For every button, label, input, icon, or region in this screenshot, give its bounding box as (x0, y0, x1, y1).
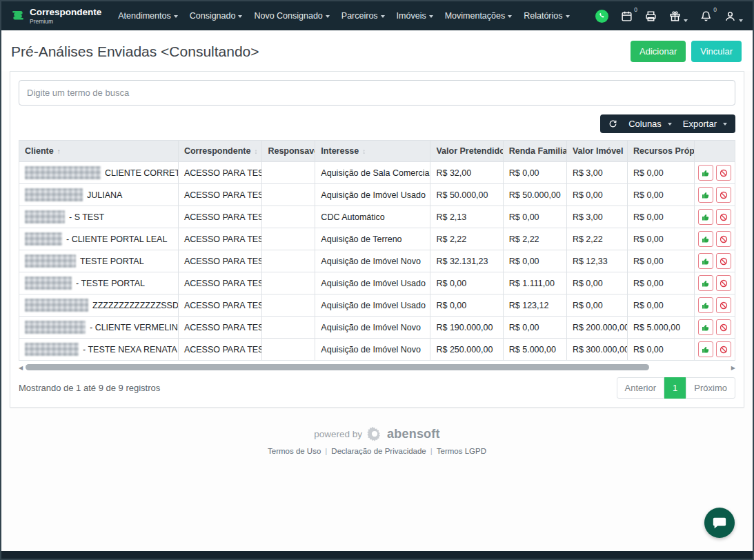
bell-badge: 0 (713, 6, 717, 13)
block-button[interactable] (716, 253, 731, 269)
table-row[interactable]: - TESTE PORTAL ACESSO PARA TESTE Aquisiç… (19, 272, 735, 294)
interesse-cell: Aquisição de Sala Comercial (315, 162, 430, 184)
menu-item-imóveis[interactable]: Imóveis (397, 11, 433, 21)
client-name: - CLIENTE PORTAL LEAL (66, 234, 167, 244)
column-header[interactable]: Interesse↕ (315, 141, 430, 162)
block-button[interactable] (716, 341, 731, 357)
menu-item-novo-consignado[interactable]: Novo Consignado (254, 11, 329, 21)
add-button[interactable]: Adicionar (631, 41, 686, 62)
scrollbar-thumb[interactable] (26, 364, 649, 370)
approve-button[interactable] (698, 165, 713, 181)
menu-item-movimentações[interactable]: Movimentações (445, 11, 513, 21)
column-header[interactable]: Cliente↑ (19, 141, 179, 162)
page-header: Pré-Análises Enviadas <Consultando> Adic… (1, 30, 753, 71)
brand-subtitle: Premium (30, 19, 101, 25)
interesse-cell: Aquisição de Imóvel Usado (315, 294, 430, 317)
renda-familiar-cell: R$ 0,00 (503, 162, 566, 184)
thumbs-up-icon (702, 235, 710, 243)
chat-button[interactable] (704, 508, 735, 538)
table-row[interactable]: - S TEST ACESSO PARA TESTE CDC Automátic… (19, 206, 735, 228)
calendar-icon[interactable]: 0 (621, 10, 633, 22)
export-dropdown[interactable]: Exportar (683, 119, 727, 129)
sort-icon: ↑ (57, 148, 61, 155)
column-header[interactable]: Valor Imóvel (566, 141, 627, 162)
whatsapp-icon[interactable] (595, 10, 608, 23)
menu-item-atendimentos[interactable]: Atendimentos (118, 11, 177, 21)
block-icon (720, 257, 728, 266)
column-header[interactable]: Valor Pretendido (430, 141, 503, 162)
column-header[interactable] (695, 141, 735, 162)
block-button[interactable] (716, 319, 731, 335)
approve-button[interactable] (698, 253, 713, 269)
menu-item-consignado[interactable]: Consignado (190, 11, 243, 21)
column-header[interactable]: Recursos Própr (627, 141, 694, 162)
chevron-down-icon (429, 15, 433, 18)
interesse-cell: CDC Automático (315, 206, 430, 228)
correspondente-cell: ACESSO PARA TESTE (178, 250, 262, 272)
chevron-down-icon (326, 15, 330, 18)
approve-button[interactable] (698, 275, 713, 291)
current-page-button[interactable]: 1 (664, 377, 686, 399)
table-row[interactable]: TESTE PORTAL ACESSO PARA TESTE Aquisição… (19, 250, 735, 272)
legal-link-2[interactable]: Declaração de Privacidade (331, 447, 426, 455)
table-toolbar: Colunas Exportar (600, 114, 735, 133)
user-icon[interactable] (724, 10, 743, 22)
main-menu: AtendimentosConsignadoNovo ConsignadoPar… (118, 11, 569, 21)
link-button[interactable]: Vincular (691, 41, 742, 62)
valor-pretendido-cell: R$ 32,00 (430, 162, 503, 184)
bell-icon[interactable]: 0 (700, 10, 712, 22)
approve-button[interactable] (698, 209, 713, 225)
records-info: Mostrando de 1 até 9 de 9 registros (19, 383, 160, 393)
column-header[interactable]: Correspondente↕ (178, 141, 262, 162)
approve-button[interactable] (698, 341, 713, 357)
chevron-down-icon (668, 123, 672, 126)
previous-page-button[interactable]: Anterior (617, 377, 665, 399)
legal-link-1[interactable]: Termos de Uso (268, 447, 321, 455)
powered-by-label: powered by (314, 429, 362, 439)
client-name: - TESTE NEXA RENATA (83, 345, 177, 354)
refresh-button[interactable] (608, 119, 617, 128)
table-row[interactable]: - CLIENTE PORTAL LEAL ACESSO PARA TESTE … (19, 228, 735, 250)
recursos-proprios-cell: R$ 0,00 (627, 294, 694, 317)
brand-logo[interactable]: Correspondente Premium (11, 8, 101, 24)
horizontal-scrollbar[interactable]: ◀ ▶ (19, 363, 735, 372)
menu-item-parceiros[interactable]: Parceiros (341, 11, 385, 21)
search-input[interactable] (19, 80, 735, 106)
scroll-right-arrow[interactable]: ▶ (731, 365, 735, 371)
table-row[interactable]: CLIENTE CORRETOR ACESSO PARA TESTE Aquis… (19, 162, 735, 184)
block-icon (720, 346, 728, 354)
column-header[interactable]: Renda Familiar (503, 141, 566, 162)
valor-pretendido-cell: R$ 0,00 (430, 294, 503, 317)
next-page-button[interactable]: Próximo (686, 377, 735, 399)
interesse-cell: Aquisição de Imóvel Usado (315, 184, 430, 206)
block-button[interactable] (716, 275, 731, 291)
block-button[interactable] (716, 187, 731, 203)
approve-button[interactable] (698, 297, 713, 313)
approve-button[interactable] (698, 319, 713, 335)
table-row[interactable]: - CLIENTE VERMELINHO ACESSO PARA TESTE A… (19, 317, 735, 339)
block-icon (720, 235, 728, 243)
client-name: JULIANA (87, 190, 122, 200)
approve-button[interactable] (698, 231, 713, 247)
abensoft-brand: abensoft (387, 427, 440, 441)
menu-item-relatórios[interactable]: Relatórios (524, 11, 569, 21)
redacted-text (25, 166, 101, 179)
scroll-left-arrow[interactable]: ◀ (19, 365, 23, 371)
correspondente-cell: ACESSO PARA TESTE (178, 317, 262, 339)
legal-link-3[interactable]: Termos LGPD (437, 447, 486, 455)
table-row[interactable]: ZZZZZZZZZZZZZSSD ACESSO PARA TESTE Aquis… (19, 294, 735, 317)
columns-dropdown[interactable]: Colunas (628, 119, 672, 129)
approve-button[interactable] (698, 187, 713, 203)
recursos-proprios-cell: R$ 0,00 (627, 206, 694, 228)
block-button[interactable] (716, 231, 731, 247)
block-button[interactable] (716, 209, 731, 225)
printer-icon[interactable] (645, 10, 657, 22)
column-header[interactable]: Responsavel (262, 141, 315, 162)
table-row[interactable]: JULIANA ACESSO PARA TESTE Aquisição de I… (19, 184, 735, 206)
redacted-text (25, 299, 88, 312)
block-button[interactable] (716, 165, 731, 181)
gift-icon[interactable] (669, 10, 688, 22)
block-button[interactable] (716, 297, 731, 313)
table-row[interactable]: - TESTE NEXA RENATA ACESSO PARA TESTE Aq… (19, 339, 735, 361)
recursos-proprios-cell: R$ 5.000,00 (627, 317, 694, 339)
